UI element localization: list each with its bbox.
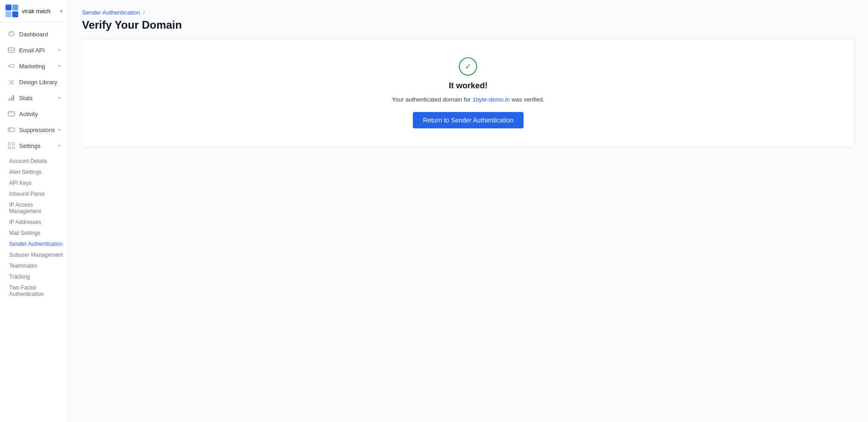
svg-rect-19	[12, 147, 15, 149]
subnav-sender-authentication[interactable]: Sender Authentication	[5, 239, 68, 249]
sidebar: virak mech ▾ Dashboard Email API ▾ Marke…	[0, 0, 68, 422]
subnav-api-keys[interactable]: API Keys	[5, 178, 68, 188]
subnav-mail-settings[interactable]: Mail Settings	[5, 228, 68, 239]
sidebar-item-suppressions-label: Suppressions	[19, 127, 58, 133]
svg-rect-2	[5, 11, 11, 17]
org-selector[interactable]: virak mech ▾	[0, 0, 68, 22]
sidebar-item-design-library[interactable]: Design Library	[2, 74, 66, 90]
settings-subnav: Account Details Alert Settings API Keys …	[0, 154, 68, 301]
sidebar-item-email-api-label: Email API	[19, 47, 58, 54]
svg-rect-9	[9, 99, 10, 101]
return-to-sender-auth-button[interactable]: Return to Sender Authentication	[413, 112, 523, 128]
domain-name: 1byte-demo.in	[473, 96, 510, 103]
subnav-ip-access-management[interactable]: IP Access Management	[5, 199, 68, 217]
svg-rect-18	[8, 147, 10, 149]
breadcrumb-separator: /	[144, 10, 145, 16]
svg-rect-16	[8, 142, 10, 145]
email-api-arrow-icon: ▾	[58, 48, 61, 52]
sidebar-item-settings[interactable]: Settings ▾	[2, 138, 66, 153]
marketing-arrow-icon: ▾	[58, 64, 61, 68]
success-container: ✓ It worked! Your authenticated domain f…	[392, 57, 544, 128]
svg-rect-3	[12, 11, 18, 17]
design-library-icon	[7, 78, 15, 86]
sidebar-item-marketing[interactable]: Marketing ▾	[2, 58, 66, 74]
breadcrumb: Sender Authentication /	[82, 9, 854, 16]
sidebar-item-marketing-label: Marketing	[19, 63, 58, 70]
success-message-prefix: Your authenticated domain for	[392, 96, 473, 103]
sidebar-item-suppressions[interactable]: Suppressions ▾	[2, 122, 66, 137]
stats-icon	[7, 94, 15, 102]
sidebar-item-dashboard-label: Dashboard	[19, 31, 61, 38]
success-message: Your authenticated domain for 1byte-demo…	[392, 96, 544, 103]
success-title: It worked!	[449, 81, 488, 91]
subnav-tracking[interactable]: Tracking	[5, 271, 68, 282]
svg-rect-10	[11, 97, 12, 101]
org-logo	[5, 5, 18, 17]
marketing-icon	[7, 62, 15, 70]
subnav-ip-addresses[interactable]: IP Addresses	[5, 217, 68, 228]
sidebar-nav: Dashboard Email API ▾ Marketing ▾ Design…	[0, 22, 68, 422]
svg-rect-17	[12, 142, 15, 145]
sidebar-item-design-library-label: Design Library	[19, 79, 61, 86]
stats-arrow-icon: ▾	[58, 96, 61, 100]
subnav-inbound-parse[interactable]: Inbound Parse	[5, 188, 68, 199]
suppressions-icon	[7, 126, 15, 134]
org-chevron-icon: ▾	[60, 9, 62, 14]
page-header: Sender Authentication / Verify Your Doma…	[68, 0, 868, 39]
svg-rect-11	[13, 95, 14, 101]
settings-icon	[7, 142, 15, 150]
success-check-icon: ✓	[459, 57, 477, 76]
sidebar-item-dashboard[interactable]: Dashboard	[2, 26, 66, 42]
subnav-subuser-management[interactable]: Subuser Management	[5, 249, 68, 260]
activity-icon	[7, 110, 15, 118]
breadcrumb-link[interactable]: Sender Authentication	[82, 9, 140, 16]
sidebar-item-stats[interactable]: Stats ▾	[2, 90, 66, 106]
sidebar-item-settings-label: Settings	[19, 142, 58, 149]
svg-point-6	[8, 66, 10, 67]
dashboard-icon	[7, 30, 15, 38]
org-name: virak mech	[22, 8, 60, 15]
sidebar-item-stats-label: Stats	[19, 95, 58, 102]
svg-rect-12	[8, 112, 15, 116]
sidebar-item-email-api[interactable]: Email API ▾	[2, 42, 66, 58]
subnav-two-factor-authentication[interactable]: Two-Factor Authentication	[5, 282, 68, 300]
sidebar-item-activity[interactable]: Activity	[2, 106, 66, 122]
settings-arrow-icon: ▾	[58, 143, 61, 148]
svg-rect-1	[12, 5, 18, 10]
svg-rect-14	[8, 128, 15, 132]
svg-rect-0	[5, 5, 11, 10]
subnav-account-details[interactable]: Account Details	[5, 156, 68, 167]
sidebar-item-activity-label: Activity	[19, 111, 61, 117]
subnav-teammates[interactable]: Teammates	[5, 260, 68, 271]
subnav-alert-settings[interactable]: Alert Settings	[5, 167, 68, 178]
svg-rect-5	[8, 48, 15, 52]
main-content: Sender Authentication / Verify Your Doma…	[68, 0, 868, 422]
success-message-suffix: was verified.	[510, 96, 544, 103]
email-api-icon	[7, 46, 15, 54]
page-title: Verify Your Domain	[82, 19, 854, 31]
verification-card: ✓ It worked! Your authenticated domain f…	[82, 39, 854, 147]
suppressions-arrow-icon: ▾	[58, 127, 61, 132]
